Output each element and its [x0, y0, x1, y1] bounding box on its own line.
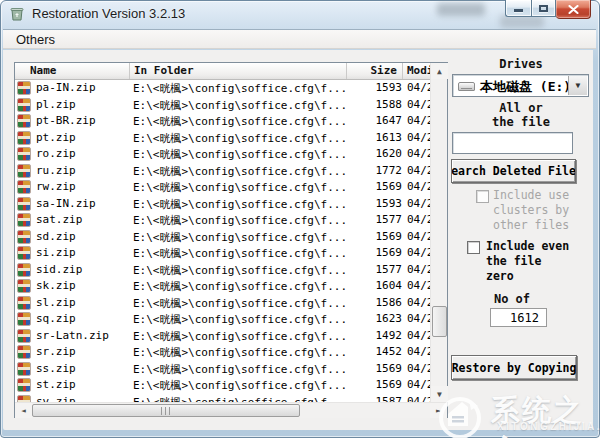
close-button[interactable]	[556, 0, 591, 19]
include-clusters-label-line2: clusters by	[493, 203, 569, 217]
table-row[interactable]: ss.zipE:\<晄楓>\config\soffice.cfg\f...156…	[15, 361, 430, 378]
scroll-left-icon[interactable]: ◄	[15, 403, 32, 418]
file-modified: 04/2	[407, 329, 430, 342]
all-or-label: All or	[452, 101, 590, 115]
file-folder: E:\<晄楓>\config\soffice.cfg\f...	[133, 197, 347, 212]
file-size: 1492	[345, 329, 402, 342]
dropdown-button[interactable]: ▼	[568, 76, 587, 95]
zip-file-icon	[18, 231, 30, 243]
zip-file-icon	[18, 330, 30, 342]
file-name: sd.zip	[36, 230, 76, 243]
restore-by-copying-button[interactable]: Restore by Copying	[451, 355, 577, 380]
zip-file-icon	[18, 198, 30, 210]
app-window: Restoration Version 3.2.13 Others Name I…	[0, 0, 600, 438]
file-name: pl.zip	[36, 98, 76, 111]
include-zero-checkbox[interactable]	[467, 241, 480, 254]
file-modified: 04/2	[407, 345, 430, 358]
table-row[interactable]: sv.zipE:\<晄楓>\config\soffice.cfg\f...158…	[15, 394, 430, 403]
search-deleted-files-button[interactable]: Search Deleted Files	[451, 159, 576, 183]
file-name: pt-BR.zip	[36, 114, 96, 127]
table-row[interactable]: rw.zipE:\<晄楓>\config\soffice.cfg\f...156…	[15, 179, 430, 196]
table-row[interactable]: pt.zipE:\<晄楓>\config\soffice.cfg\f...161…	[15, 130, 430, 147]
table-row[interactable]: st.zipE:\<晄楓>\config\soffice.cfg\f...156…	[15, 377, 430, 394]
file-modified: 04/2	[407, 81, 430, 94]
table-row[interactable]: ro.zipE:\<晄楓>\config\soffice.cfg\f...162…	[15, 146, 430, 163]
file-folder: E:\<晄楓>\config\soffice.cfg\f...	[133, 147, 347, 162]
file-name: sk.zip	[36, 279, 76, 292]
table-row[interactable]: sa-IN.zipE:\<晄楓>\config\soffice.cfg\f...…	[15, 196, 430, 213]
maximize-button[interactable]	[531, 0, 556, 17]
include-zero-label-line3: zero	[486, 269, 514, 283]
file-modified: 04/2	[407, 312, 430, 325]
table-row[interactable]: sd.zipE:\<晄楓>\config\soffice.cfg\f...156…	[15, 229, 430, 246]
close-icon	[568, 5, 579, 14]
zip-file-icon	[18, 379, 30, 391]
disk-drive-icon	[458, 82, 475, 91]
drive-selected-value: 本地磁盘 (E:)	[480, 78, 571, 96]
file-list: Name In Folder Size Modified pa-IN.zipE:…	[14, 62, 448, 418]
file-name: st.zip	[36, 378, 76, 391]
zip-file-icon	[18, 132, 30, 144]
include-clusters-label-line1: Include use	[493, 188, 569, 202]
file-folder: E:\<晄楓>\config\soffice.cfg\f...	[133, 362, 347, 377]
table-row[interactable]: sr-Latn.zipE:\<晄楓>\config\soffice.cfg\f.…	[15, 328, 430, 345]
table-row[interactable]: sat.zipE:\<晄楓>\config\soffice.cfg\f...15…	[15, 212, 430, 229]
column-header-size[interactable]: Size	[347, 63, 403, 79]
table-row[interactable]: sq.zipE:\<晄楓>\config\soffice.cfg\f...162…	[15, 311, 430, 328]
menubar: Others	[3, 29, 596, 49]
thumb-grip	[161, 407, 171, 415]
table-row[interactable]: pa-IN.zipE:\<晄楓>\config\soffice.cfg\f...…	[15, 80, 430, 97]
file-size: 1569	[345, 180, 402, 193]
scroll-down-icon[interactable]: ▼	[431, 386, 448, 402]
column-header-modified[interactable]: Modified	[403, 63, 430, 79]
titlebar[interactable]: Restoration Version 3.2.13	[0, 0, 600, 28]
file-folder: E:\<晄楓>\config\soffice.cfg\f...	[133, 329, 347, 344]
file-size: 1604	[345, 279, 402, 292]
include-clusters-label-line3: other files	[493, 218, 569, 232]
file-name: sat.zip	[36, 213, 82, 226]
drive-select[interactable]: 本地磁盘 (E:) ▼	[452, 74, 589, 97]
vertical-scrollbar[interactable]: ▲ ▼	[430, 63, 447, 402]
table-row[interactable]: sid.zipE:\<晄楓>\config\soffice.cfg\f...15…	[15, 262, 430, 279]
file-name: sv.zip	[36, 395, 76, 403]
column-header-name[interactable]: Name	[15, 63, 130, 79]
file-folder: E:\<晄楓>\config\soffice.cfg\f...	[133, 312, 347, 327]
include-clusters-checkbox	[476, 190, 489, 203]
file-folder: E:\<晄楓>\config\soffice.cfg\f...	[133, 345, 347, 360]
file-modified: 04/2	[407, 213, 430, 226]
file-size: 1593	[345, 197, 402, 210]
file-name: ro.zip	[36, 147, 76, 160]
recycle-bin-icon	[9, 6, 25, 22]
table-row[interactable]: si.zipE:\<晄楓>\config\soffice.cfg\f...156…	[15, 245, 430, 262]
file-folder: E:\<晄楓>\config\soffice.cfg\f...	[133, 180, 347, 195]
vertical-scroll-thumb[interactable]	[432, 306, 447, 337]
horizontal-scroll-thumb[interactable]	[32, 404, 300, 417]
table-row[interactable]: pl.zipE:\<晄楓>\config\soffice.cfg\f...158…	[15, 97, 430, 114]
drives-label: Drives	[452, 57, 590, 71]
file-name: pa-IN.zip	[36, 81, 96, 94]
filename-input[interactable]	[452, 132, 573, 154]
file-modified: 04/2	[407, 395, 430, 403]
horizontal-scrollbar[interactable]: ◄ ►	[15, 402, 447, 418]
file-modified: 04/2	[407, 147, 430, 160]
table-row[interactable]: ru.zipE:\<晄楓>\config\soffice.cfg\f...177…	[15, 163, 430, 180]
file-folder: E:\<晄楓>\config\soffice.cfg\f...	[133, 230, 347, 245]
file-folder: E:\<晄楓>\config\soffice.cfg\f...	[133, 296, 347, 311]
table-row[interactable]: sk.zipE:\<晄楓>\config\soffice.cfg\f...160…	[15, 278, 430, 295]
file-name: sid.zip	[36, 263, 82, 276]
table-row[interactable]: sr.zipE:\<晄楓>\config\soffice.cfg\f...145…	[15, 344, 430, 361]
minimize-button[interactable]	[505, 0, 531, 17]
file-count-value: 1612	[490, 308, 547, 327]
column-header-folder[interactable]: In Folder	[130, 63, 347, 79]
glass-blur-artifact	[437, 3, 485, 16]
zip-file-icon	[18, 165, 30, 177]
menu-item-others[interactable]: Others	[12, 32, 59, 47]
file-folder: E:\<晄楓>\config\soffice.cfg\f...	[133, 213, 347, 228]
file-modified: 04/2	[407, 279, 430, 292]
scroll-right-icon[interactable]: ►	[430, 403, 447, 418]
file-modified: 04/2	[407, 98, 430, 111]
table-row[interactable]: sl.zipE:\<晄楓>\config\soffice.cfg\f...158…	[15, 295, 430, 312]
scroll-up-icon[interactable]: ▲	[431, 63, 448, 79]
table-row[interactable]: pt-BR.zipE:\<晄楓>\config\soffice.cfg\f...…	[15, 113, 430, 130]
file-size: 1577	[345, 213, 402, 226]
